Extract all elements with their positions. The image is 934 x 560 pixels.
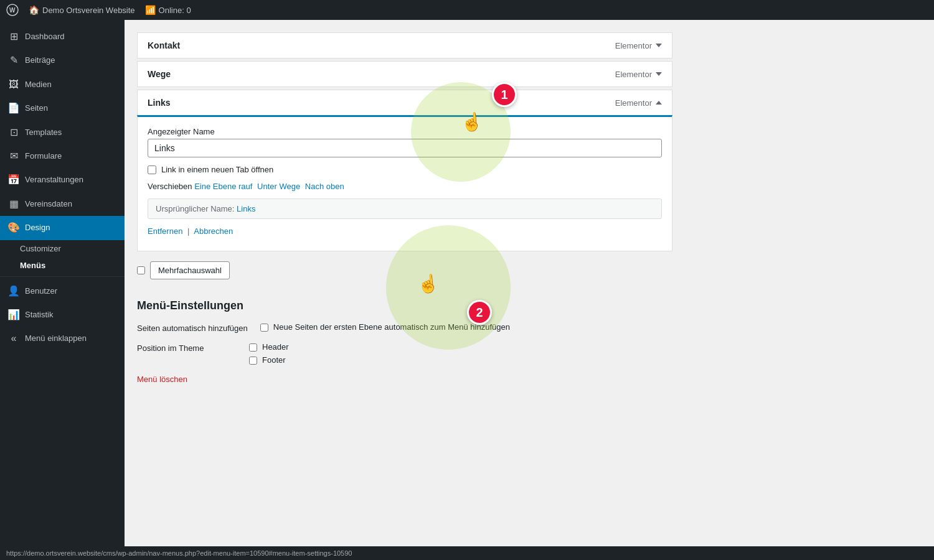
vereinsdaten-icon: ▦ (7, 197, 20, 211)
seiten-auto-checkbox[interactable] (260, 324, 268, 332)
content-wrap: ☝ 1 ☝ 2 Kontakt Elementor (125, 20, 685, 409)
menu-item-wege-type: Elementor (615, 70, 662, 79)
move-row: Verschieben Eine Ebene rauf Unter Wege N… (148, 182, 662, 191)
mehrfach-checkbox[interactable] (137, 266, 145, 274)
divider (0, 276, 125, 277)
settings-position-label: Position im Theme (137, 342, 237, 355)
sidebar-item-templates[interactable]: ⊡ Templates (0, 121, 125, 144)
templates-icon: ⊡ (7, 126, 20, 139)
medien-icon: 🖼 (7, 78, 20, 91)
menu-settings: Menü-Einstellungen Seiten automatisch hi… (137, 299, 672, 384)
move-eine-ebene-rauf[interactable]: Eine Ebene rauf (194, 182, 252, 191)
sidebar-item-medien[interactable]: 🖼 Medien (0, 73, 125, 96)
seiten-auto-desc: Neue Seiten der ersten Ebene automatisch… (273, 322, 510, 332)
design-icon: 🎨 (7, 221, 20, 235)
site-name[interactable]: 🏠 Demo Ortsverein Website (29, 5, 135, 15)
neuer-tab-checkbox[interactable] (148, 166, 156, 174)
sidebar-item-seiten[interactable]: 📄 Seiten (0, 96, 125, 120)
main-content: ☝ 1 ☝ 2 Kontakt Elementor (125, 20, 934, 546)
statistik-icon: 📊 (7, 308, 20, 322)
position-footer-label: Footer (262, 355, 286, 365)
settings-footer-row: Footer (249, 355, 289, 365)
sidebar-item-vereinsdaten[interactable]: ▦ Vereinsdaten (0, 192, 125, 216)
online-indicator: 📶 Online: 0 (145, 5, 191, 15)
menu-item-links-type: Elementor (615, 98, 662, 108)
checkbox-row-neuer-tab: Link in einem neuen Tab öffnen (148, 165, 662, 174)
settings-row-seiten: Seiten automatisch hinzufügen Neue Seite… (137, 322, 672, 335)
form-row-name: Angezeigter Name (148, 127, 662, 157)
sidebar-item-veranstaltungen[interactable]: 📅 Veranstaltungen (0, 168, 125, 192)
abbrechen-link[interactable]: Abbrechen (194, 226, 233, 236)
angezeigter-name-input[interactable] (148, 139, 662, 157)
settings-position-control: Header Footer (249, 342, 289, 365)
delete-menu-link[interactable]: Menü löschen (137, 375, 187, 384)
move-unter-wege[interactable]: Unter Wege (257, 182, 300, 191)
action-links: Entfernen | Abbrechen (148, 226, 662, 236)
position-header-label: Header (262, 342, 289, 352)
original-name-box: Ursprünglicher Name: Links (148, 198, 662, 219)
einklappen-icon: « (7, 332, 20, 345)
wp-logo-item[interactable]: W (6, 4, 19, 16)
chevron-down-icon (656, 44, 662, 47)
svg-text:W: W (9, 7, 16, 14)
benutzer-icon: 👤 (7, 284, 20, 298)
move-nach-oben[interactable]: Nach oben (305, 182, 344, 191)
menu-item-links[interactable]: Links Elementor (137, 90, 672, 115)
sidebar-item-formulare[interactable]: ✉ Formulare (0, 144, 125, 168)
bottom-bar: https://demo.ortsverein.website/cms/wp-a… (0, 546, 934, 560)
wp-logo-icon: W (6, 4, 19, 16)
neuer-tab-label: Link in einem neuen Tab öffnen (161, 165, 273, 174)
delete-menu-row: Menü löschen (137, 375, 672, 384)
menu-item-wege[interactable]: Wege Elementor (137, 61, 672, 87)
sidebar-item-menue-einklappen[interactable]: « Menü einklappen (0, 327, 125, 350)
seiten-icon: 📄 (7, 101, 20, 115)
menu-item-kontakt[interactable]: Kontakt Elementor (137, 32, 672, 58)
chevron-up-icon (656, 101, 662, 105)
position-footer-checkbox[interactable] (249, 357, 257, 365)
mehrfach-button[interactable]: Mehrfachauswahl (150, 261, 230, 279)
sidebar-item-statistik[interactable]: 📊 Statistik (0, 303, 125, 327)
mehrfach-row: Mehrfachauswahl (137, 256, 672, 284)
sidebar-sub-customizer[interactable]: Customizer (0, 240, 125, 257)
menu-item-links-panel: Angezeigter Name Link in einem neuen Tab… (137, 115, 672, 251)
settings-seiten-control: Neue Seiten der ersten Ebene automatisch… (260, 322, 510, 332)
position-header-checkbox[interactable] (249, 343, 257, 352)
beitraege-icon: ✎ (7, 54, 20, 67)
sidebar: ⊞ Dashboard ✎ Beiträge 🖼 Medien 📄 Seiten… (0, 20, 125, 546)
angezeigter-name-label: Angezeigter Name (148, 127, 662, 136)
veranstaltungen-icon: 📅 (7, 173, 20, 187)
chevron-down-icon (656, 72, 662, 76)
sidebar-item-beitraege[interactable]: ✎ Beiträge (0, 49, 125, 72)
dashboard-icon: ⊞ (7, 30, 20, 44)
settings-row-position: Position im Theme Header Footer (137, 342, 672, 365)
sidebar-item-dashboard[interactable]: ⊞ Dashboard (0, 25, 125, 49)
url-bar: https://demo.ortsverein.website/cms/wp-a… (6, 549, 352, 557)
sidebar-item-design[interactable]: 🎨 Design (0, 216, 125, 240)
original-name-link[interactable]: Links (237, 204, 255, 213)
sidebar-sub-menues[interactable]: Menüs (0, 257, 125, 274)
settings-header-row: Header (249, 342, 289, 352)
entfernen-link[interactable]: Entfernen (148, 226, 182, 236)
menu-item-kontakt-type: Elementor (615, 41, 662, 50)
sidebar-item-benutzer[interactable]: 👤 Benutzer (0, 279, 125, 303)
settings-seiten-label: Seiten automatisch hinzufügen (137, 322, 248, 335)
topbar: W 🏠 Demo Ortsverein Website 📶 Online: 0 (0, 0, 934, 20)
formulare-icon: ✉ (7, 149, 20, 163)
menu-settings-title: Menü-Einstellungen (137, 299, 672, 312)
